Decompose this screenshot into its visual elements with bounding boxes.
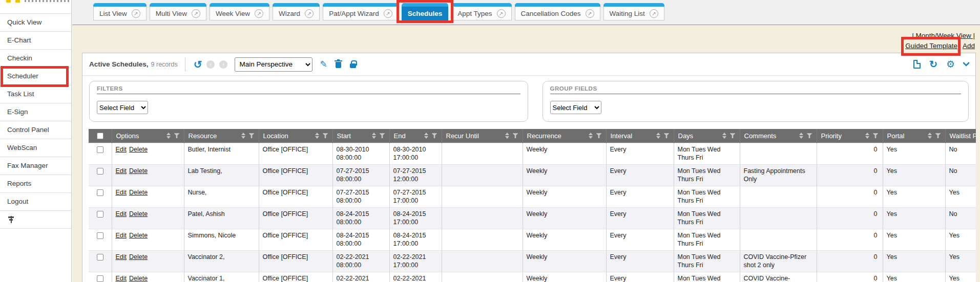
delete-link[interactable]: Delete (129, 146, 148, 153)
undo-icon[interactable]: ↺ (194, 59, 202, 70)
interval-cell: Every (606, 143, 674, 164)
settings-gear-icon[interactable]: ⚙ (946, 59, 955, 69)
delete-link[interactable]: Delete (129, 167, 148, 175)
portal-cell: Yes (883, 207, 945, 229)
prev-perspective-icon[interactable]: ‹ (206, 60, 215, 69)
group-field-select[interactable]: Select Field (550, 101, 601, 114)
sidebar-pin-row[interactable] (0, 211, 71, 229)
tab-multi-view[interactable]: Multi View↗ (150, 3, 206, 20)
open-in-new-window-icon[interactable]: ↗ (650, 9, 658, 18)
open-in-new-window-icon[interactable]: ↗ (255, 9, 263, 18)
row-checkbox[interactable] (97, 211, 103, 218)
delete-link[interactable]: Delete (129, 275, 148, 282)
sort-icon[interactable] (865, 133, 869, 139)
add-link[interactable]: Add (963, 42, 975, 50)
sort-icon[interactable] (722, 133, 726, 139)
perspective-select[interactable]: Main Perspective (235, 57, 312, 72)
delete-link[interactable]: Delete (129, 189, 148, 196)
sort-icon[interactable] (424, 133, 428, 139)
comments-cell (740, 186, 817, 207)
tab-pat-appt-wizard[interactable]: Pat/Appt Wizard↗ (323, 3, 399, 20)
sidebar-item-scheduler[interactable]: Scheduler (0, 68, 71, 85)
edit-link[interactable]: Edit (116, 232, 127, 239)
sidebar-item-task-list[interactable]: Task List (0, 85, 71, 103)
open-in-new-window-icon[interactable]: ↗ (192, 9, 200, 18)
open-in-new-window-icon[interactable]: ↗ (305, 9, 314, 18)
open-in-new-window-icon[interactable]: ↗ (586, 9, 594, 18)
edit-link[interactable]: Edit (116, 146, 127, 153)
edit-link[interactable]: Edit (116, 275, 127, 282)
filter-funnel-icon[interactable] (807, 133, 812, 138)
open-in-new-window-icon[interactable]: ↗ (384, 9, 392, 18)
open-in-new-window-icon[interactable]: ↗ (497, 9, 506, 18)
filter-funnel-icon[interactable] (513, 133, 518, 138)
filter-funnel-icon[interactable] (664, 133, 670, 138)
edit-link[interactable]: Edit (116, 167, 127, 175)
tab-waiting-list[interactable]: Waiting List↗ (603, 3, 664, 20)
delete-link[interactable]: Delete (129, 253, 148, 261)
sidebar-item-control-panel[interactable]: Control Panel (0, 121, 71, 139)
sidebar-item-e-chart[interactable]: E-Chart (0, 32, 71, 50)
row-checkbox[interactable] (97, 232, 103, 239)
delete-link[interactable]: Delete (129, 232, 148, 239)
edit-perspective-icon[interactable]: ✎ (320, 59, 327, 70)
sidebar-item-fax-manager[interactable]: Fax Manager (0, 157, 71, 175)
tab-cancellation-codes[interactable]: Cancellation Codes↗ (515, 3, 600, 20)
tab-list-view[interactable]: List View↗ (93, 3, 147, 20)
delete-perspective-icon[interactable] (336, 62, 341, 68)
pin-icon[interactable] (8, 216, 14, 223)
sort-icon[interactable] (656, 133, 660, 139)
tab-schedules[interactable]: Schedules (402, 3, 449, 20)
collapse-chevron-icon[interactable] (963, 59, 970, 67)
sort-icon[interactable] (505, 133, 509, 139)
sort-icon[interactable] (799, 133, 803, 139)
location-cell: Office [OFFICE] (259, 272, 332, 282)
column-header-label: End (394, 132, 406, 140)
guided-template-link[interactable]: Guided Template (905, 42, 957, 50)
row-checkbox[interactable] (97, 146, 103, 153)
filter-funnel-icon[interactable] (323, 133, 328, 138)
sidebar-item-reports[interactable]: Reports (0, 175, 71, 193)
select-all-checkbox[interactable] (97, 133, 103, 139)
filter-funnel-icon[interactable] (873, 133, 879, 138)
sidebar-item-webscan[interactable]: WebScan (0, 139, 71, 157)
lock-icon[interactable] (350, 63, 356, 68)
new-document-icon[interactable] (913, 60, 921, 69)
sort-icon[interactable] (589, 133, 593, 139)
filter-funnel-icon[interactable] (432, 133, 437, 138)
edit-link[interactable]: Edit (116, 189, 127, 196)
sidebar-item-logout[interactable]: Logout (0, 193, 71, 211)
sort-icon[interactable] (315, 133, 319, 139)
edit-link[interactable]: Edit (116, 210, 127, 218)
delete-link[interactable]: Delete (129, 210, 148, 218)
open-in-new-window-icon[interactable]: ↗ (132, 9, 140, 18)
sort-icon[interactable] (241, 133, 245, 139)
filter-funnel-icon[interactable] (730, 133, 736, 138)
edit-link[interactable]: Edit (116, 253, 127, 261)
row-checkbox[interactable] (97, 275, 103, 282)
sort-icon[interactable] (166, 133, 171, 139)
filter-funnel-icon[interactable] (380, 133, 385, 138)
filter-funnel-icon[interactable] (174, 133, 180, 138)
row-checkbox[interactable] (97, 254, 103, 261)
row-checkbox[interactable] (97, 189, 103, 196)
tab-appt-types[interactable]: Appt Types↗ (451, 3, 511, 20)
refresh-icon[interactable]: ↻ (929, 59, 937, 69)
next-perspective-icon[interactable]: › (219, 60, 227, 69)
column-header-label: Start (337, 132, 351, 140)
filter-funnel-icon[interactable] (249, 133, 255, 138)
sort-icon[interactable] (928, 133, 932, 139)
filter-funnel-icon[interactable] (935, 133, 941, 138)
sidebar-item-quick-view[interactable]: Quick View (0, 14, 71, 32)
tab-wizard[interactable]: Wizard↗ (273, 3, 320, 20)
tab-label: Waiting List (610, 10, 645, 17)
sidebar-item-checkin[interactable]: Checkin (0, 50, 71, 68)
sidebar-item-e-sign[interactable]: E-Sign (0, 103, 71, 121)
tab-week-view[interactable]: Week View↗ (210, 3, 269, 20)
days-cell: Mon Tues Wed Thurs Fri (674, 207, 740, 229)
sort-icon[interactable] (372, 133, 376, 139)
filters-field-select[interactable]: Select Field (97, 101, 148, 114)
month-week-view-link[interactable]: | Month/Week View | (912, 32, 975, 39)
row-checkbox[interactable] (97, 168, 103, 175)
filter-funnel-icon[interactable] (596, 133, 602, 138)
